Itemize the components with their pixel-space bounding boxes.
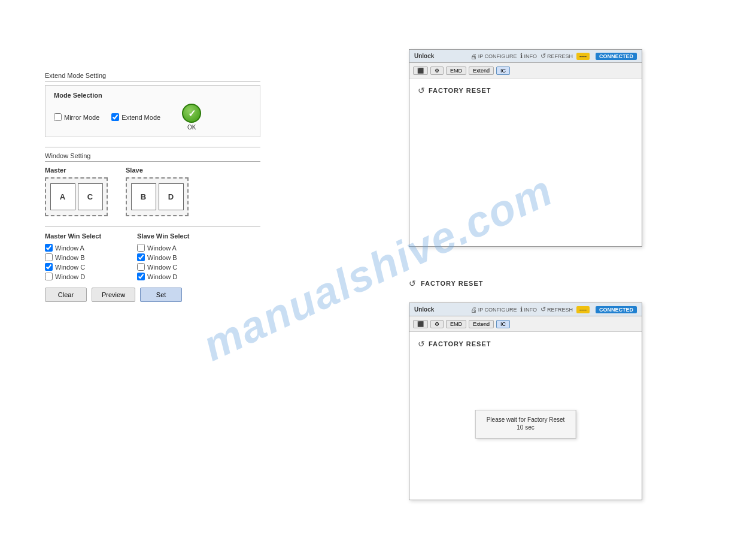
window-setting-title: Window Setting <box>45 152 260 162</box>
right-top-panel: Unlock 🖨 IP CONFIGURE ℹ INFO ↺ REFRESH -… <box>409 49 642 247</box>
refresh-btn-bottom[interactable]: ↺ REFRESH <box>541 306 573 313</box>
master-window-b[interactable]: Window B <box>45 253 101 261</box>
refresh-label-top: REFRESH <box>547 53 573 59</box>
tab-monitor-bottom[interactable]: ⬛ <box>413 320 428 328</box>
master-win-select-title: Master Win Select <box>45 232 101 240</box>
status-badge-bottom: ---- <box>576 306 590 313</box>
right-bottom-panel: Unlock 🖨 IP CONFIGURE ℹ INFO ↺ REFRESH -… <box>409 303 642 500</box>
mode-selection-row: Mirror Mode Extend Mode ✓ OK <box>54 104 251 131</box>
tab-emd-top[interactable]: EMD <box>446 67 466 75</box>
device-content-bottom: ↺ FACTORY RESET Please wait for Factory … <box>409 332 642 500</box>
device-window-top: Unlock 🖨 IP CONFIGURE ℹ INFO ↺ REFRESH -… <box>409 49 642 247</box>
ok-button-area: ✓ OK <box>182 104 201 131</box>
tab-gear-top[interactable]: ⚙ <box>430 67 444 75</box>
info-btn-top[interactable]: ℹ INFO <box>520 52 537 60</box>
toolbar-icons-bottom: 🖨 IP CONFIGURE ℹ INFO ↺ REFRESH ---- CON… <box>470 306 637 313</box>
extend-mode-text: Extend Mode <box>122 114 160 121</box>
tab-gear-bottom[interactable]: ⚙ <box>430 320 444 328</box>
master-window-c[interactable]: Window C <box>45 263 101 271</box>
device-window-bottom: Unlock 🖨 IP CONFIGURE ℹ INFO ↺ REFRESH -… <box>409 303 642 500</box>
info-label-top: INFO <box>524 53 537 59</box>
factory-reset-header-bottom: ↺ FACTORY RESET <box>418 339 633 349</box>
info-label-bottom: INFO <box>524 307 537 313</box>
device-title-top: Unlock <box>414 53 434 59</box>
window-displays: Master A C Slave B D <box>45 167 260 216</box>
slave-cell-b: B <box>131 183 156 210</box>
factory-reset-dialog: Please wait for Factory Reset 10 sec <box>475 410 576 439</box>
printer-icon-bottom: 🖨 <box>470 306 477 313</box>
factory-reset-label-top: FACTORY RESET <box>429 87 491 94</box>
factory-reset-header-top: ↺ FACTORY RESET <box>418 86 633 95</box>
slave-win-select-col: Slave Win Select Window A Window B Windo… <box>137 232 189 280</box>
middle-factory-reset: ↺ FACTORY RESET <box>409 279 483 288</box>
slave-window-b[interactable]: Window B <box>137 253 189 261</box>
master-window-d[interactable]: Window D <box>45 273 101 280</box>
device-titlebar-bottom: Unlock 🖨 IP CONFIGURE ℹ INFO ↺ REFRESH -… <box>409 303 642 316</box>
ip-configure-btn-bottom[interactable]: 🖨 IP CONFIGURE <box>470 306 517 313</box>
factory-reset-label-bottom: FACTORY RESET <box>429 340 491 347</box>
toolbar-icons-top: 🖨 IP CONFIGURE ℹ INFO ↺ REFRESH ---- CON… <box>470 52 637 60</box>
refresh-icon-bottom: ↺ <box>541 306 546 313</box>
mode-selection-box: Mode Selection Mirror Mode Extend Mode ✓… <box>45 85 260 137</box>
refresh-label-bottom: REFRESH <box>547 307 573 313</box>
slave-display-box: B D <box>126 177 189 216</box>
connected-badge-bottom: CONNECTED <box>596 306 637 313</box>
dialog-line1: Please wait for Factory Reset <box>487 416 565 423</box>
factory-reset-label-middle: FACTORY RESET <box>421 280 483 287</box>
extend-mode-title: Extend Mode Setting <box>45 72 260 81</box>
ok-label: OK <box>187 124 196 131</box>
clear-button[interactable]: Clear <box>45 288 87 302</box>
device-content-top: ↺ FACTORY RESET <box>409 78 642 246</box>
set-button[interactable]: Set <box>140 288 182 302</box>
win-select-row: Master Win Select Window A Window B Wind… <box>45 226 260 280</box>
reset-icon-top: ↺ <box>418 86 425 95</box>
tab-emd-bottom[interactable]: EMD <box>446 320 466 328</box>
master-cell-c: C <box>78 183 103 210</box>
ip-configure-label-top: IP CONFIGURE <box>478 53 517 59</box>
master-label: Master <box>45 167 108 174</box>
refresh-icon-top: ↺ <box>541 52 546 60</box>
extend-mode-label[interactable]: Extend Mode <box>111 113 160 121</box>
tab-monitor-top[interactable]: ⬛ <box>413 67 428 75</box>
device-toolbar-top: ⬛ ⚙ EMD Extend IC <box>409 63 642 78</box>
reset-icon-middle: ↺ <box>409 279 416 288</box>
slave-window-c[interactable]: Window C <box>137 263 189 271</box>
slave-win-select-title: Slave Win Select <box>137 232 189 240</box>
window-setting-section: Window Setting Master A C Slave B D <box>45 147 260 302</box>
button-row: Clear Preview Set <box>45 288 260 302</box>
device-title-bottom: Unlock <box>414 306 434 313</box>
device-titlebar-top: Unlock 🖨 IP CONFIGURE ℹ INFO ↺ REFRESH -… <box>409 50 642 63</box>
master-window-a[interactable]: Window A <box>45 244 101 252</box>
dialog-line2: 10 sec <box>487 424 565 431</box>
slave-window-d[interactable]: Window D <box>137 273 189 280</box>
info-icon-bottom: ℹ <box>520 306 523 313</box>
connected-badge-top: CONNECTED <box>596 53 637 60</box>
ok-icon[interactable]: ✓ <box>182 104 201 123</box>
master-display-group: Master A C <box>45 167 108 216</box>
printer-icon: 🖨 <box>470 53 477 60</box>
slave-label: Slave <box>126 167 189 174</box>
info-icon-top: ℹ <box>520 52 523 60</box>
ip-configure-label-bottom: IP CONFIGURE <box>478 307 517 313</box>
left-panel: Extend Mode Setting Mode Selection Mirro… <box>45 72 260 312</box>
tab-ic-top[interactable]: IC <box>496 67 510 75</box>
refresh-btn-top[interactable]: ↺ REFRESH <box>541 52 573 60</box>
master-win-select-col: Master Win Select Window A Window B Wind… <box>45 232 101 280</box>
ip-configure-btn-top[interactable]: 🖨 IP CONFIGURE <box>470 53 517 60</box>
slave-window-a[interactable]: Window A <box>137 244 189 252</box>
reset-icon-bottom: ↺ <box>418 339 425 349</box>
tab-extend-bottom[interactable]: Extend <box>469 320 494 328</box>
mode-selection-label: Mode Selection <box>54 92 251 99</box>
mirror-mode-checkbox[interactable] <box>54 113 62 121</box>
slave-display-group: Slave B D <box>126 167 189 216</box>
tab-extend-top[interactable]: Extend <box>469 67 494 75</box>
device-toolbar-bottom: ⬛ ⚙ EMD Extend IC <box>409 316 642 332</box>
extend-mode-checkbox[interactable] <box>111 113 119 121</box>
mirror-mode-label[interactable]: Mirror Mode <box>54 113 99 121</box>
tab-ic-bottom[interactable]: IC <box>496 320 510 328</box>
preview-button[interactable]: Preview <box>92 288 135 302</box>
info-btn-bottom[interactable]: ℹ INFO <box>520 306 537 313</box>
status-badge-top: ---- <box>576 53 590 60</box>
slave-cell-d: D <box>159 183 184 210</box>
master-display-box: A C <box>45 177 108 216</box>
